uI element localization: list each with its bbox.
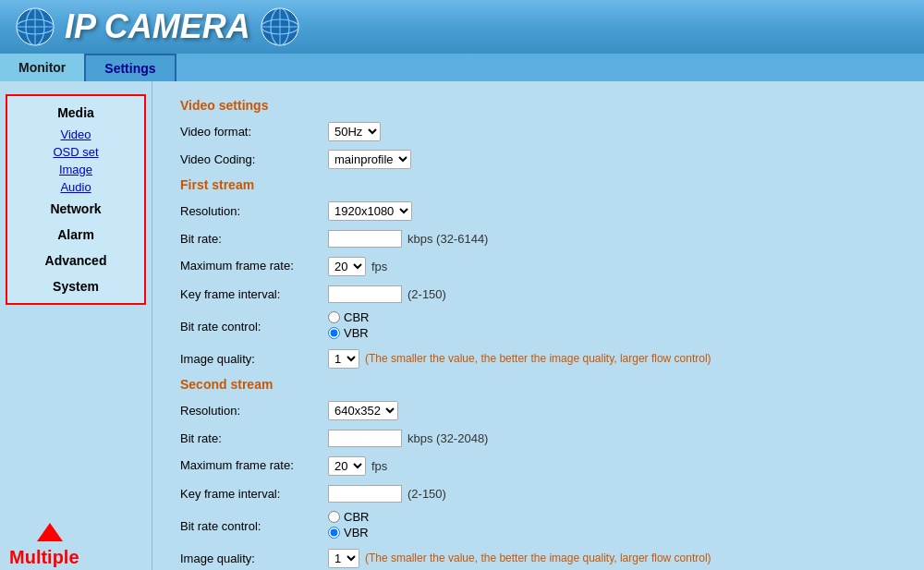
second-vbr-label: VBR	[344, 526, 369, 540]
sidebar-category-system[interactable]: System	[7, 273, 144, 299]
first-cbr-row: CBR	[328, 310, 369, 324]
second-bitrate-label: Bit rate:	[180, 431, 328, 445]
second-stream-title: Second stream	[180, 377, 896, 392]
first-bitrate-row: Bit rate: 1536 kbps (32-6144)	[180, 227, 896, 249]
first-vbr-radio[interactable]	[328, 327, 340, 339]
sidebar-menu: Media Video OSD set Image Audio Network …	[6, 94, 146, 305]
first-keyframe-label: Key frame interval:	[180, 287, 328, 301]
second-cbr-radio[interactable]	[328, 511, 340, 523]
second-bitrate-control-group: CBR VBR	[328, 510, 369, 541]
second-vbr-radio[interactable]	[328, 527, 340, 539]
second-resolution-select[interactable]: 640x352 320x176 640x480	[328, 401, 398, 420]
second-quality-select[interactable]: 123456	[328, 549, 359, 568]
second-framerate-unit: fps	[371, 459, 387, 473]
first-bitrate-label: Bit rate:	[180, 232, 328, 246]
sidebar-item-audio[interactable]: Audio	[7, 178, 144, 196]
nav-tabs: Monitor Settings	[0, 54, 924, 81]
first-framerate-unit: fps	[371, 260, 387, 273]
second-cbr-row: CBR	[328, 510, 369, 524]
video-format-label: Video format:	[180, 125, 328, 139]
second-framerate-label: Maximum frame rate:	[180, 458, 328, 474]
first-quality-row: Image quality: 123456 (The smaller the v…	[180, 347, 896, 370]
first-keyframe-row: Key frame interval: 40 (2-150)	[180, 283, 896, 305]
second-framerate-row: Maximum frame rate: 20253015 fps	[180, 455, 896, 477]
video-coding-label: Video Coding:	[180, 152, 328, 166]
second-keyframe-label: Key frame interval:	[180, 487, 328, 501]
second-quality-label: Image quality:	[180, 552, 328, 565]
sidebar: Media Video OSD set Image Audio Network …	[0, 81, 152, 570]
first-bitrate-input[interactable]: 1536	[328, 230, 402, 248]
first-bitrate-control-label: Bit rate control:	[180, 320, 328, 334]
second-keyframe-row: Key frame interval: 40 (2-150)	[180, 482, 896, 504]
first-resolution-select[interactable]: 1920x1080 1280x720 640x480	[328, 201, 412, 221]
second-cbr-label: CBR	[344, 510, 369, 524]
video-format-select[interactable]: 50Hz 60Hz	[328, 122, 381, 141]
first-quality-label: Image quality:	[180, 352, 328, 366]
video-settings-title: Video settings	[180, 98, 896, 113]
first-cbr-radio[interactable]	[328, 311, 340, 323]
header: IP CAMERA	[0, 0, 924, 54]
first-framerate-row: Maximum frame rate: 20253015 fps	[180, 255, 896, 277]
tab-settings[interactable]: Settings	[84, 54, 176, 81]
sidebar-item-video[interactable]: Video	[7, 126, 144, 143]
sidebar-category-advanced[interactable]: Advanced	[7, 248, 144, 273]
first-vbr-label: VBR	[344, 326, 369, 340]
sidebar-item-osd-set[interactable]: OSD set	[7, 143, 144, 161]
first-stream-title: First stream	[180, 177, 896, 192]
second-vbr-row: VBR	[328, 526, 369, 540]
app-title: IP CAMERA	[65, 7, 250, 46]
tab-monitor[interactable]: Monitor	[0, 54, 84, 81]
first-framerate-select[interactable]: 20253015	[328, 257, 366, 276]
first-framerate-label: Maximum frame rate:	[180, 259, 328, 274]
globe-left-icon	[15, 6, 55, 47]
first-quality-hint: (The smaller the value, the better the i…	[365, 352, 711, 365]
first-vbr-row: VBR	[328, 326, 369, 340]
sidebar-category-network[interactable]: Network	[7, 196, 144, 222]
second-resolution-row: Resolution: 640x352 320x176 640x480	[180, 399, 896, 421]
second-quality-row: Image quality: 123456 (The smaller the v…	[180, 547, 896, 569]
second-framerate-select[interactable]: 20253015	[328, 456, 366, 476]
second-bitrate-unit: kbps (32-2048)	[407, 431, 488, 445]
annotation-text: Multiple Function Settings	[9, 545, 142, 570]
second-resolution-label: Resolution:	[180, 404, 328, 418]
video-coding-row: Video Coding: mainprofile baseline highp…	[180, 148, 896, 170]
second-bitrate-input[interactable]: 512	[328, 430, 402, 447]
first-cbr-label: CBR	[344, 310, 369, 324]
first-bitrate-unit: kbps (32-6144)	[407, 232, 488, 246]
second-keyframe-input[interactable]: 40	[328, 485, 402, 503]
video-format-row: Video format: 50Hz 60Hz	[180, 120, 896, 142]
second-quality-hint: (The smaller the value, the better the i…	[365, 552, 711, 564]
second-bitrate-control-label: Bit rate control:	[180, 519, 328, 533]
main-layout: Media Video OSD set Image Audio Network …	[0, 81, 924, 570]
first-keyframe-unit: (2-150)	[407, 287, 446, 301]
sidebar-item-image[interactable]: Image	[7, 161, 144, 178]
sidebar-category-alarm[interactable]: Alarm	[7, 222, 144, 248]
video-coding-select[interactable]: mainprofile baseline highprofile	[328, 150, 411, 169]
globe-right-icon	[260, 6, 300, 47]
content-area: Video settings Video format: 50Hz 60Hz V…	[152, 81, 924, 570]
first-resolution-row: Resolution: 1920x1080 1280x720 640x480	[180, 200, 896, 222]
second-bitrate-control-row: Bit rate control: CBR VBR	[180, 510, 896, 541]
first-bitrate-control-group: CBR VBR	[328, 310, 369, 342]
first-resolution-label: Resolution:	[180, 204, 328, 218]
first-quality-select[interactable]: 123456	[328, 349, 359, 369]
second-keyframe-unit: (2-150)	[407, 487, 446, 501]
arrow-up-icon	[37, 523, 63, 541]
sidebar-annotation: Multiple Function Settings	[0, 523, 152, 570]
second-bitrate-row: Bit rate: 512 kbps (32-2048)	[180, 427, 896, 449]
first-bitrate-control-row: Bit rate control: CBR VBR	[180, 310, 896, 342]
sidebar-category-media: Media	[7, 100, 144, 126]
first-keyframe-input[interactable]: 40	[328, 285, 402, 303]
